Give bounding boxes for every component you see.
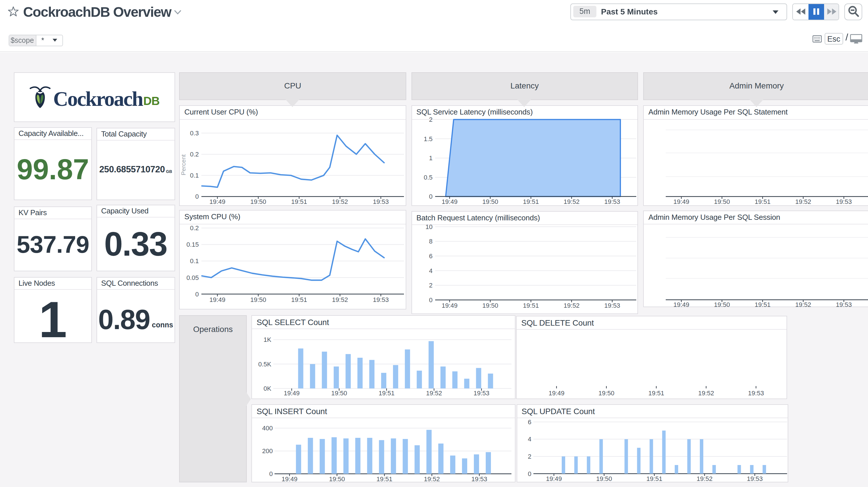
svg-text:19:49: 19:49 [210, 296, 225, 303]
svg-text:0: 0 [528, 470, 531, 478]
svg-text:19:49: 19:49 [673, 198, 689, 205]
svg-text:2: 2 [528, 453, 531, 460]
svg-text:19:51: 19:51 [755, 301, 771, 308]
svg-text:0: 0 [429, 296, 432, 303]
svg-text:19:53: 19:53 [747, 476, 763, 483]
svg-text:19:50: 19:50 [482, 302, 498, 309]
svg-text:0.2: 0.2 [190, 224, 199, 232]
svg-text:19:50: 19:50 [714, 301, 730, 308]
svg-text:0K: 0K [264, 384, 271, 392]
svg-text:19:52: 19:52 [426, 389, 442, 397]
svg-text:19:50: 19:50 [331, 389, 347, 397]
svg-text:0.15: 0.15 [186, 241, 199, 248]
svg-text:6: 6 [429, 252, 432, 259]
svg-text:400: 400 [262, 425, 273, 432]
svg-text:19:52: 19:52 [563, 198, 579, 205]
svg-text:0.5K: 0.5K [258, 360, 272, 368]
svg-text:19:50: 19:50 [250, 198, 266, 205]
svg-text:19:51: 19:51 [291, 296, 307, 303]
svg-text:19:51: 19:51 [376, 476, 393, 483]
svg-text:19:52: 19:52 [332, 296, 348, 303]
svg-text:0.1: 0.1 [190, 257, 199, 265]
svg-text:1.5: 1.5 [423, 135, 432, 142]
svg-text:19:51: 19:51 [523, 302, 538, 309]
svg-text:2: 2 [429, 281, 432, 289]
svg-text:DB: DB [143, 94, 159, 107]
svg-text:19:50: 19:50 [598, 390, 614, 397]
svg-text:1: 1 [429, 154, 432, 161]
svg-text:0.1: 0.1 [190, 171, 199, 179]
svg-text:19:49: 19:49 [441, 302, 457, 309]
svg-text:19:49: 19:49 [549, 390, 564, 397]
svg-text:0.05: 0.05 [186, 274, 199, 281]
svg-text:19:50: 19:50 [714, 198, 730, 205]
svg-text:19:53: 19:53 [473, 389, 490, 397]
svg-text:0.3: 0.3 [190, 129, 199, 137]
svg-text:19:52: 19:52 [698, 390, 714, 397]
svg-text:19:52: 19:52 [795, 301, 811, 308]
svg-text:200: 200 [262, 448, 273, 455]
svg-text:19:53: 19:53 [604, 302, 620, 309]
svg-text:0: 0 [269, 470, 273, 478]
svg-text:0: 0 [195, 193, 199, 200]
svg-text:2: 2 [429, 116, 432, 123]
svg-text:19:53: 19:53 [373, 296, 389, 303]
svg-text:19:53: 19:53 [471, 476, 487, 483]
svg-text:Cockroach: Cockroach [53, 87, 143, 111]
svg-text:19:53: 19:53 [748, 390, 764, 397]
svg-text:19:53: 19:53 [604, 198, 620, 205]
svg-text:0.5: 0.5 [423, 173, 432, 181]
svg-text:19:51: 19:51 [646, 476, 662, 483]
svg-text:19:51: 19:51 [648, 390, 664, 397]
svg-text:19:51: 19:51 [378, 389, 395, 397]
svg-text:4: 4 [429, 267, 432, 274]
svg-text:19:52: 19:52 [424, 476, 440, 483]
svg-text:19:49: 19:49 [673, 301, 689, 308]
svg-text:4: 4 [528, 436, 531, 443]
svg-text:8: 8 [429, 237, 432, 245]
svg-text:19:52: 19:52 [696, 476, 712, 483]
svg-text:19:52: 19:52 [795, 198, 811, 205]
svg-text:6: 6 [528, 419, 531, 426]
svg-text:19:53: 19:53 [373, 198, 389, 205]
svg-text:19:49: 19:49 [210, 198, 225, 205]
svg-text:19:50: 19:50 [482, 198, 498, 205]
svg-text:0.2: 0.2 [190, 150, 199, 157]
svg-text:1K: 1K [264, 336, 271, 343]
svg-text:19:53: 19:53 [836, 198, 852, 205]
svg-text:19:53: 19:53 [836, 301, 852, 308]
svg-text:0: 0 [429, 193, 432, 200]
svg-text:19:50: 19:50 [596, 476, 612, 483]
svg-text:Percent: Percent [180, 154, 187, 175]
svg-text:19:49: 19:49 [546, 476, 561, 483]
svg-text:19:49: 19:49 [284, 389, 300, 397]
svg-text:19:51: 19:51 [523, 198, 538, 205]
svg-text:19:49: 19:49 [441, 198, 457, 205]
svg-text:19:51: 19:51 [291, 198, 307, 205]
svg-text:19:52: 19:52 [332, 198, 348, 205]
svg-text:0: 0 [195, 291, 199, 298]
svg-text:10: 10 [425, 223, 432, 230]
svg-text:19:52: 19:52 [563, 302, 579, 309]
svg-text:19:51: 19:51 [755, 198, 771, 205]
svg-text:19:50: 19:50 [329, 476, 345, 483]
svg-text:19:50: 19:50 [250, 296, 266, 303]
svg-text:19:49: 19:49 [281, 476, 297, 483]
